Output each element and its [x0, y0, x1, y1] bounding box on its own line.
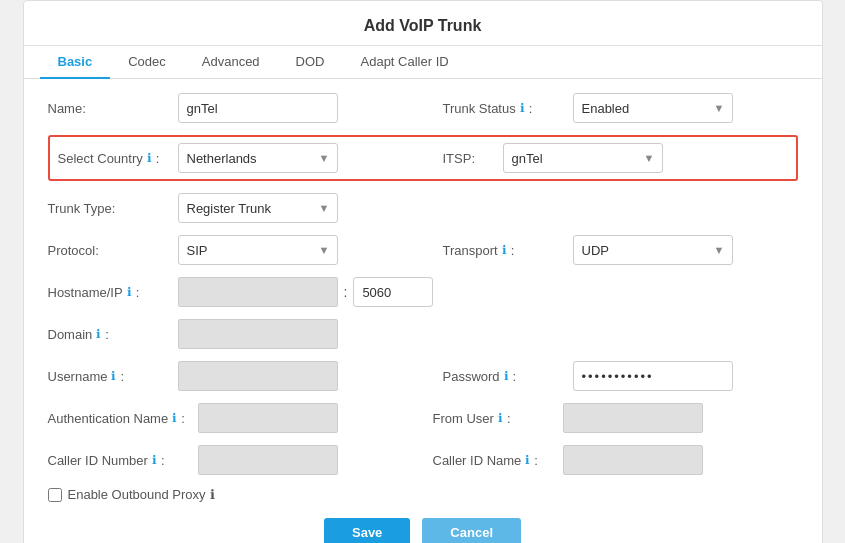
transport-select-wrap: UDP TCP TLS ▼ — [573, 235, 733, 265]
trunk-status-info-icon[interactable]: ℹ — [520, 101, 525, 115]
cancel-button[interactable]: Cancel — [422, 518, 521, 543]
auth-name-label: Authentication Name ℹ: — [48, 411, 198, 426]
outbound-proxy-checkbox[interactable] — [48, 488, 62, 502]
password-input[interactable] — [573, 361, 733, 391]
trunk-status-label: Trunk Status ℹ: — [443, 101, 573, 116]
trunk-type-select-wrap: Register Trunk Peer Trunk Account Trunk … — [178, 193, 338, 223]
row-country-itsp: Select Country ℹ: Netherlands United Sta… — [48, 135, 798, 181]
row-domain: Domain ℹ: — [48, 319, 798, 349]
domain-input[interactable] — [178, 319, 338, 349]
protocol-label: Protocol: — [48, 243, 178, 258]
row-protocol-transport: Protocol: SIP IAX2 ▼ Transport ℹ: UDP — [48, 235, 798, 265]
form-body: Name: Trunk Status ℹ: Enabled Disabled ▼ — [24, 79, 822, 543]
row-username-password: Username ℹ: Password ℹ: — [48, 361, 798, 391]
row-auth-fromuser: Authentication Name ℹ: From User ℹ: — [48, 403, 798, 433]
protocol-select[interactable]: SIP IAX2 — [178, 235, 338, 265]
caller-id-number-input[interactable] — [198, 445, 338, 475]
itsp-select[interactable]: gnTel Other — [503, 143, 663, 173]
group-domain: Domain ℹ: — [48, 319, 798, 349]
trunk-type-select[interactable]: Register Trunk Peer Trunk Account Trunk — [178, 193, 338, 223]
group-from-user: From User ℹ: — [433, 403, 798, 433]
domain-label: Domain ℹ: — [48, 327, 178, 342]
group-trunk-type: Trunk Type: Register Trunk Peer Trunk Ac… — [48, 193, 798, 223]
transport-label: Transport ℹ: — [443, 243, 573, 258]
from-user-info-icon[interactable]: ℹ — [498, 411, 503, 425]
trunk-type-label: Trunk Type: — [48, 201, 178, 216]
password-label: Password ℹ: — [443, 369, 573, 384]
group-hostname: Hostname/IP ℹ: : — [48, 277, 798, 307]
group-password: Password ℹ: — [443, 361, 798, 391]
itsp-label: ITSP: — [443, 151, 503, 166]
trunk-status-select[interactable]: Enabled Disabled — [573, 93, 733, 123]
transport-select[interactable]: UDP TCP TLS — [573, 235, 733, 265]
protocol-select-wrap: SIP IAX2 ▼ — [178, 235, 338, 265]
username-label: Username ℹ: — [48, 369, 178, 384]
name-label: Name: — [48, 101, 178, 116]
group-trunk-status: Trunk Status ℹ: Enabled Disabled ▼ — [443, 93, 798, 123]
dialog: Add VoIP Trunk Basic Codec Advanced DOD … — [23, 0, 823, 543]
row-callerid: Caller ID Number ℹ: Caller ID Name ℹ: — [48, 445, 798, 475]
port-input[interactable] — [353, 277, 433, 307]
group-protocol: Protocol: SIP IAX2 ▼ — [48, 235, 403, 265]
password-info-icon[interactable]: ℹ — [504, 369, 509, 383]
port-separator: : — [344, 284, 348, 300]
tab-dod[interactable]: DOD — [278, 46, 343, 79]
group-username: Username ℹ: — [48, 361, 403, 391]
auth-name-input[interactable] — [198, 403, 338, 433]
caller-id-name-label: Caller ID Name ℹ: — [433, 453, 563, 468]
select-country-select[interactable]: Netherlands United States Germany France — [178, 143, 338, 173]
transport-info-icon[interactable]: ℹ — [502, 243, 507, 257]
tab-advanced[interactable]: Advanced — [184, 46, 278, 79]
caller-id-number-label: Caller ID Number ℹ: — [48, 453, 198, 468]
hostname-input[interactable] — [178, 277, 338, 307]
auth-name-info-icon[interactable]: ℹ — [172, 411, 177, 425]
domain-info-icon[interactable]: ℹ — [96, 327, 101, 341]
caller-id-name-input[interactable] — [563, 445, 703, 475]
group-caller-id-name: Caller ID Name ℹ: — [433, 445, 798, 475]
outbound-proxy-label[interactable]: Enable Outbound Proxy ℹ — [68, 487, 215, 502]
save-button[interactable]: Save — [324, 518, 410, 543]
row-name-trunk-status: Name: Trunk Status ℹ: Enabled Disabled ▼ — [48, 93, 798, 123]
itsp-select-wrap: gnTel Other ▼ — [503, 143, 663, 173]
select-country-label: Select Country ℹ: — [58, 151, 178, 166]
group-select-country: Select Country ℹ: Netherlands United Sta… — [58, 143, 403, 173]
username-info-icon[interactable]: ℹ — [111, 369, 116, 383]
row-hostname: Hostname/IP ℹ: : — [48, 277, 798, 307]
select-country-select-wrap: Netherlands United States Germany France… — [178, 143, 338, 173]
group-itsp: ITSP: gnTel Other ▼ — [443, 143, 788, 173]
dialog-title: Add VoIP Trunk — [24, 1, 822, 46]
from-user-label: From User ℹ: — [433, 411, 563, 426]
outbound-proxy-info-icon[interactable]: ℹ — [210, 487, 215, 502]
hostname-label: Hostname/IP ℹ: — [48, 285, 178, 300]
group-name: Name: — [48, 93, 403, 123]
username-input[interactable] — [178, 361, 338, 391]
row-outbound-proxy: Enable Outbound Proxy ℹ — [48, 487, 798, 502]
group-caller-id-number: Caller ID Number ℹ: — [48, 445, 413, 475]
group-auth-name: Authentication Name ℹ: — [48, 403, 413, 433]
from-user-input[interactable] — [563, 403, 703, 433]
caller-id-number-info-icon[interactable]: ℹ — [152, 453, 157, 467]
tab-codec[interactable]: Codec — [110, 46, 184, 79]
trunk-status-select-wrap: Enabled Disabled ▼ — [573, 93, 733, 123]
group-transport: Transport ℹ: UDP TCP TLS ▼ — [443, 235, 798, 265]
row-trunk-type: Trunk Type: Register Trunk Peer Trunk Ac… — [48, 193, 798, 223]
name-input[interactable] — [178, 93, 338, 123]
tabs: Basic Codec Advanced DOD Adapt Caller ID — [24, 46, 822, 79]
select-country-info-icon[interactable]: ℹ — [147, 151, 152, 165]
tab-basic[interactable]: Basic — [40, 46, 111, 79]
footer-buttons: Save Cancel — [48, 518, 798, 543]
tab-adapt-caller-id[interactable]: Adapt Caller ID — [343, 46, 467, 79]
caller-id-name-info-icon[interactable]: ℹ — [525, 453, 530, 467]
hostname-info-icon[interactable]: ℹ — [127, 285, 132, 299]
